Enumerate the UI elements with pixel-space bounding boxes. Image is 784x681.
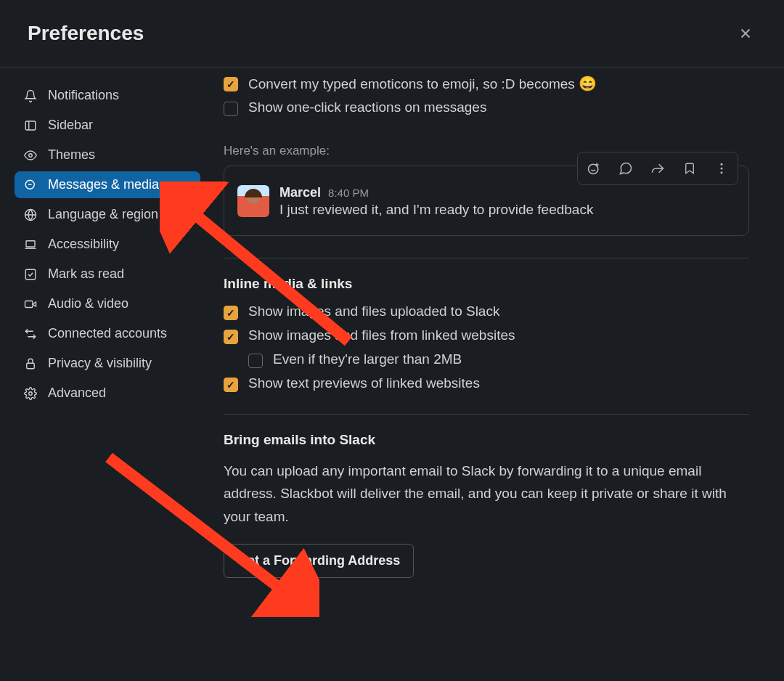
option-show-uploaded: Show images and files uploaded to Slack bbox=[224, 303, 749, 320]
option-label: Even if they're larger than 2MB bbox=[273, 351, 462, 367]
share-icon bbox=[650, 161, 665, 176]
sidebar-item-themes[interactable]: Themes bbox=[15, 142, 200, 168]
option-convert-emoticons: Convert my typed emoticons to emoji, so … bbox=[224, 75, 749, 92]
option-label: Show one-click reactions on messages bbox=[248, 99, 486, 115]
svg-point-10 bbox=[721, 163, 723, 166]
sidebar-item-label: Privacy & visibility bbox=[48, 356, 152, 371]
divider bbox=[224, 414, 749, 415]
option-larger-2mb: Even if they're larger than 2MB bbox=[248, 351, 749, 368]
gear-icon bbox=[23, 387, 38, 400]
sidebar-item-label: Themes bbox=[48, 147, 95, 163]
thread-icon bbox=[618, 161, 633, 176]
share-button[interactable] bbox=[642, 152, 674, 184]
option-label: Show text previews of linked websites bbox=[248, 375, 480, 391]
example-message-card: Marcel 8:40 PM I just reviewed it, and I… bbox=[224, 166, 749, 236]
checkbox-one-click-reactions[interactable] bbox=[224, 102, 238, 116]
option-label: Convert my typed emoticons to emoji, so … bbox=[248, 75, 597, 92]
avatar bbox=[237, 185, 269, 217]
close-button[interactable] bbox=[735, 23, 756, 44]
svg-rect-0 bbox=[25, 121, 36, 130]
option-one-click-reactions: Show one-click reactions on messages bbox=[224, 99, 749, 116]
header: Preferences bbox=[0, 0, 784, 68]
sidebar-item-label: Connected accounts bbox=[48, 326, 167, 341]
sidebar-item-label: Language & region bbox=[48, 207, 158, 222]
message-actions-bar bbox=[577, 152, 738, 185]
thread-button[interactable] bbox=[610, 152, 642, 184]
bookmark-icon bbox=[683, 161, 696, 176]
eye-icon bbox=[23, 149, 38, 162]
sidebar-item-accessibility[interactable]: Accessibility bbox=[15, 231, 200, 258]
page-title: Preferences bbox=[28, 22, 144, 45]
checkbox-show-uploaded[interactable] bbox=[224, 306, 238, 320]
get-forwarding-address-button[interactable]: Get a Forwarding Address bbox=[224, 544, 414, 578]
main-panel: Convert my typed emoticons to emoji, so … bbox=[209, 68, 784, 677]
sidebar-item-audio-video[interactable]: Audio & video bbox=[15, 290, 200, 317]
sidebar-item-notifications[interactable]: Notifications bbox=[15, 82, 200, 109]
add-reaction-button[interactable] bbox=[578, 152, 610, 184]
svg-rect-6 bbox=[25, 301, 33, 307]
divider bbox=[224, 258, 749, 258]
svg-point-1 bbox=[29, 153, 33, 157]
smile-emoji-icon: 😄 bbox=[579, 76, 597, 91]
sidebar-icon bbox=[23, 119, 38, 132]
svg-rect-4 bbox=[26, 240, 35, 246]
video-icon bbox=[23, 298, 38, 311]
checkbox-text-previews[interactable] bbox=[224, 378, 238, 392]
message-time: 8:40 PM bbox=[328, 187, 369, 199]
bell-icon bbox=[23, 89, 38, 102]
search-msg-icon bbox=[23, 179, 38, 192]
sidebar-item-messages-media[interactable]: Messages & media bbox=[15, 171, 200, 198]
sidebar-item-privacy-visibility[interactable]: Privacy & visibility bbox=[15, 350, 200, 377]
emoji-add-icon bbox=[587, 161, 601, 176]
sidebar-item-label: Accessibility bbox=[48, 237, 119, 252]
option-label: Show images and files from linked websit… bbox=[248, 327, 515, 343]
more-actions-button[interactable] bbox=[706, 152, 738, 184]
sidebar-item-label: Mark as read bbox=[48, 266, 124, 282]
bookmark-button[interactable] bbox=[674, 152, 706, 184]
option-text-previews: Show text previews of linked websites bbox=[224, 375, 749, 392]
sidebar-item-sidebar[interactable]: Sidebar bbox=[15, 112, 200, 139]
more-vertical-icon bbox=[714, 161, 729, 176]
sidebar-item-advanced[interactable]: Advanced bbox=[15, 380, 200, 407]
checkbox-convert-emoticons[interactable] bbox=[224, 77, 238, 91]
sidebar-item-label: Sidebar bbox=[48, 118, 93, 133]
option-label: Show images and files uploaded to Slack bbox=[248, 303, 499, 319]
svg-point-11 bbox=[721, 168, 723, 170]
sidebar-item-label: Notifications bbox=[48, 88, 119, 103]
emails-description: You can upload any important email to Sl… bbox=[224, 460, 749, 528]
swap-icon bbox=[23, 327, 38, 340]
sidebar-item-label: Advanced bbox=[48, 386, 106, 401]
sidebar-item-label: Messages & media bbox=[48, 177, 159, 192]
laptop-icon bbox=[23, 238, 38, 251]
globe-icon bbox=[23, 208, 38, 221]
checkbox-show-linked[interactable] bbox=[224, 330, 238, 344]
svg-rect-7 bbox=[27, 363, 35, 369]
checkbox-larger-2mb[interactable] bbox=[248, 354, 263, 368]
svg-rect-5 bbox=[25, 269, 36, 280]
message-author: Marcel bbox=[279, 185, 321, 200]
sidebar-item-language-region[interactable]: Language & region bbox=[15, 201, 200, 228]
sidebar: Notifications Sidebar Themes Messages & … bbox=[0, 68, 209, 677]
emails-title: Bring emails into Slack bbox=[224, 432, 749, 448]
inline-media-title: Inline media & links bbox=[224, 276, 749, 292]
svg-point-8 bbox=[29, 391, 33, 395]
sidebar-item-label: Audio & video bbox=[48, 296, 128, 311]
close-icon bbox=[738, 25, 754, 41]
sidebar-item-mark-as-read[interactable]: Mark as read bbox=[15, 261, 200, 288]
sidebar-item-connected-accounts[interactable]: Connected accounts bbox=[15, 320, 200, 347]
message-text: I just reviewed it, and I'm ready to pro… bbox=[279, 202, 593, 218]
option-show-linked: Show images and files from linked websit… bbox=[224, 327, 749, 344]
svg-point-12 bbox=[721, 171, 723, 174]
check-square-icon bbox=[23, 268, 38, 281]
lock-icon bbox=[23, 357, 38, 370]
